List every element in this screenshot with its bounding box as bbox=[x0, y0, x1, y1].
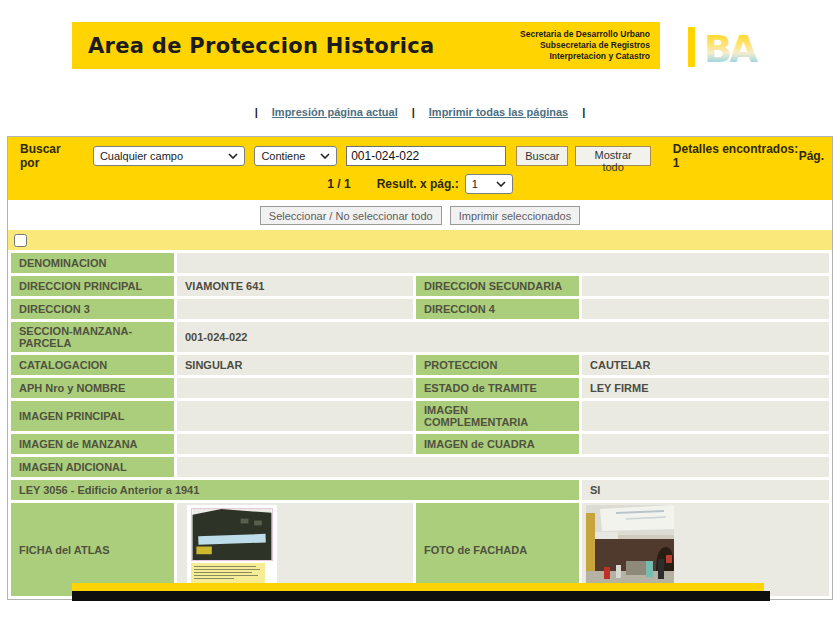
estado-tramite-label: ESTADO de TRAMITE bbox=[416, 378, 579, 398]
ficha-atlas-thumbnail[interactable] bbox=[187, 505, 277, 594]
ficha-building-photo bbox=[191, 508, 273, 561]
ley-3056-label: LEY 3056 - Edificio Anterior a 1941 bbox=[11, 480, 579, 500]
direccion-3-label: DIRECCION 3 bbox=[11, 299, 174, 319]
footer-black-bar bbox=[72, 591, 770, 601]
mostrar-todo-button[interactable]: Mostrar todo bbox=[575, 146, 650, 166]
denominacion-label: DENOMINACION bbox=[11, 253, 174, 273]
estado-tramite-value: LEY FIRME bbox=[582, 378, 829, 398]
direccion-4-label: DIRECCION 4 bbox=[416, 299, 579, 319]
chevron-down-icon bbox=[496, 181, 506, 187]
results-per-page-selected-value: 1 bbox=[472, 178, 478, 190]
direccion-secundaria-label: DIRECCION SECUNDARIA bbox=[416, 276, 579, 296]
table-row: DIRECCION 3 DIRECCION 4 bbox=[11, 299, 829, 319]
imagen-principal-label: IMAGEN PRINCIPAL bbox=[11, 401, 174, 431]
actions-row: Seleccionar / No seleccionar todo Imprim… bbox=[8, 200, 832, 230]
svg-text:BA: BA bbox=[704, 28, 758, 71]
separator: | bbox=[582, 106, 585, 118]
select-record-checkbox[interactable] bbox=[14, 234, 27, 247]
direccion-3-value bbox=[177, 299, 413, 319]
table-row: LEY 3056 - Edificio Anterior a 1941 SI bbox=[11, 480, 829, 500]
table-row: IMAGEN PRINCIPAL IMAGEN COMPLEMENTARIA bbox=[11, 401, 829, 431]
select-all-toggle-button[interactable]: Seleccionar / No seleccionar todo bbox=[260, 206, 442, 225]
seccion-manzana-parcela-value: 001-024-022 bbox=[177, 322, 829, 352]
separator: | bbox=[255, 106, 258, 118]
table-row: CATALOGACION SINGULAR PROTECCION CAUTELA… bbox=[11, 355, 829, 375]
direccion-principal-label: DIRECCION PRINCIPAL bbox=[11, 276, 174, 296]
record-table: DENOMINACION DIRECCION PRINCIPAL VIAMONT… bbox=[8, 250, 832, 599]
org-subtitle: Secretaria de Desarrollo Urbano Subsecre… bbox=[520, 29, 650, 62]
print-all-pages-link[interactable]: Imprimir todas las páginas bbox=[429, 106, 568, 118]
ba-logo-letters: BA bbox=[704, 27, 768, 71]
table-row: IMAGEN ADICIONAL bbox=[11, 457, 829, 477]
direccion-secundaria-value bbox=[582, 276, 829, 296]
aph-nro-nombre-label: APH Nro y NOMBRE bbox=[11, 378, 174, 398]
proteccion-label: PROTECCION bbox=[416, 355, 579, 375]
chevron-down-icon bbox=[320, 153, 330, 159]
catalogacion-label: CATALOGACION bbox=[11, 355, 174, 375]
search-field-selected-value: Cualquier campo bbox=[100, 150, 183, 162]
results-per-page-label: Result. x pág.: bbox=[377, 177, 459, 191]
imagen-adicional-value bbox=[177, 457, 829, 477]
table-row: SECCION-MANZANA-PARCELA 001-024-022 bbox=[11, 322, 829, 352]
imagen-manzana-value bbox=[177, 434, 413, 454]
catalogacion-value: SINGULAR bbox=[177, 355, 413, 375]
pag-label: Pág. bbox=[799, 149, 824, 163]
search-panel: Buscar por Cualquier campo Contiene Busc… bbox=[8, 137, 832, 200]
table-row: DENOMINACION bbox=[11, 253, 829, 273]
imagen-adicional-label: IMAGEN ADICIONAL bbox=[11, 457, 174, 477]
org-line-2: Subsecretaria de Registros bbox=[520, 40, 650, 51]
results-per-page-select[interactable]: 1 bbox=[465, 174, 513, 194]
imagen-manzana-label: IMAGEN de MANZANA bbox=[11, 434, 174, 454]
table-row: APH Nro y NOMBRE ESTADO de TRAMITE LEY F… bbox=[11, 378, 829, 398]
page-title: Area de Proteccion Historica bbox=[88, 34, 434, 58]
print-links-row: |Impresión página actual|Imprimir todas … bbox=[0, 106, 840, 118]
details-found-count: Detalles encontrados: 1 bbox=[673, 142, 799, 170]
print-current-page-link[interactable]: Impresión página actual bbox=[272, 106, 398, 118]
table-row: IMAGEN de MANZANA IMAGEN de CUADRA bbox=[11, 434, 829, 454]
aph-nro-nombre-value bbox=[177, 378, 413, 398]
chevron-down-icon bbox=[228, 153, 238, 159]
footer-yellow-bar bbox=[72, 583, 764, 591]
buscar-button[interactable]: Buscar bbox=[516, 146, 568, 166]
direccion-4-value bbox=[582, 299, 829, 319]
search-by-label: Buscar por bbox=[20, 142, 79, 170]
search-operator-selected-value: Contiene bbox=[261, 150, 305, 162]
search-field-select[interactable]: Cualquier campo bbox=[93, 146, 246, 166]
denominacion-value bbox=[177, 253, 829, 273]
imagen-cuadra-label: IMAGEN de CUADRA bbox=[416, 434, 579, 454]
imagen-complementaria-value bbox=[582, 401, 829, 431]
ba-logo-bar bbox=[688, 27, 695, 67]
ley-3056-value: SI bbox=[582, 480, 829, 500]
print-selected-button[interactable]: Imprimir seleccionados bbox=[450, 206, 580, 225]
page-indicator: 1 / 1 bbox=[327, 177, 350, 191]
proteccion-value: CAUTELAR bbox=[582, 355, 829, 375]
fachada-photo-thumbnail[interactable] bbox=[586, 505, 674, 593]
table-row: DIRECCION PRINCIPAL VIAMONTE 641 DIRECCI… bbox=[11, 276, 829, 296]
direccion-principal-value: VIAMONTE 641 bbox=[177, 276, 413, 296]
content-panel: Buscar por Cualquier campo Contiene Busc… bbox=[7, 136, 833, 600]
imagen-complementaria-label: IMAGEN COMPLEMENTARIA bbox=[416, 401, 579, 431]
app-header: Area de Proteccion Historica Secretaria … bbox=[72, 22, 660, 69]
ba-logo: BA bbox=[688, 27, 768, 71]
separator: | bbox=[412, 106, 415, 118]
imagen-cuadra-value bbox=[582, 434, 829, 454]
org-line-3: Interpretacion y Catastro bbox=[520, 51, 650, 62]
search-query-input[interactable] bbox=[346, 146, 506, 166]
search-operator-select[interactable]: Contiene bbox=[254, 146, 337, 166]
imagen-principal-value bbox=[177, 401, 413, 431]
seccion-manzana-parcela-label: SECCION-MANZANA-PARCELA bbox=[11, 322, 174, 352]
record-select-row bbox=[8, 230, 832, 250]
org-line-1: Secretaria de Desarrollo Urbano bbox=[520, 29, 650, 40]
